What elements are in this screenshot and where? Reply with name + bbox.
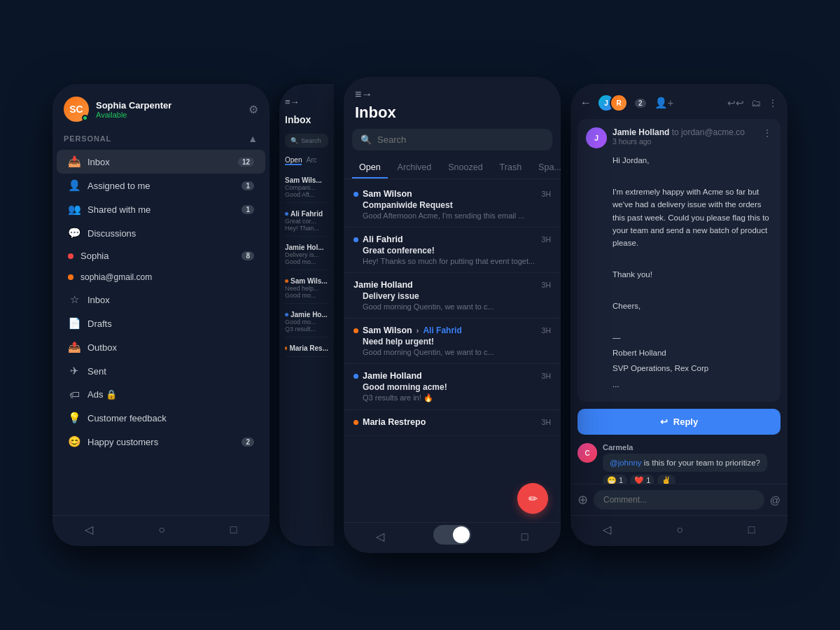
expand-icon[interactable]: ≡→ bbox=[355, 88, 372, 101]
email-timestamp: 3 hours ago bbox=[612, 137, 745, 146]
tab-spam[interactable]: Spa... bbox=[531, 158, 561, 178]
reaction-heart[interactable]: ❤️ 1 bbox=[630, 475, 654, 484]
email-item-4[interactable]: Sam Wilson › Ali Fahrid 3H Need help urg… bbox=[344, 318, 561, 364]
email-time-4: 3H bbox=[542, 326, 551, 335]
nav-sophia[interactable]: Sophia 8 bbox=[57, 245, 265, 267]
partial-tab-arc[interactable]: Arc bbox=[306, 156, 316, 165]
search-icon: 🔍 bbox=[360, 134, 372, 145]
tab-archived[interactable]: Archived bbox=[391, 158, 439, 178]
right-back-icon[interactable]: ← bbox=[580, 97, 592, 109]
user-status: Available bbox=[96, 111, 172, 119]
partial-email-6: Maria Res... bbox=[285, 340, 328, 357]
home-nav-icon[interactable]: ○ bbox=[158, 524, 165, 536]
reply-button[interactable]: ↩ Reply bbox=[578, 409, 780, 435]
email-options-icon[interactable]: ⋮ bbox=[762, 127, 772, 139]
search-bar[interactable]: 🔍 bbox=[352, 129, 552, 150]
middle-phone: ≡→ Inbox 🔍 Open Archived Snoozed Trash S… bbox=[344, 77, 561, 553]
nav-inbox2[interactable]: ☆ Inbox bbox=[57, 288, 265, 312]
reply-icon: ↩ bbox=[660, 416, 668, 427]
tab-open[interactable]: Open bbox=[352, 158, 388, 178]
toggle-knob bbox=[453, 526, 470, 543]
nav-inbox[interactable]: 📥 Inbox 12 bbox=[57, 150, 265, 174]
email-content: J Jamie Holland to jordan@acme.co 3 hour… bbox=[578, 119, 780, 402]
avatar-2: R bbox=[610, 94, 628, 112]
nav-label-feedback: Customer feedback bbox=[88, 413, 254, 424]
collapse-icon[interactable]: ▲ bbox=[248, 133, 258, 144]
right-phone: ← J R 2 👤+ ↩↩ 🗂 ⋮ bbox=[570, 84, 788, 546]
right-recents-nav-icon[interactable]: □ bbox=[748, 524, 755, 536]
mention-icon[interactable]: @ bbox=[770, 494, 780, 506]
email-item-2[interactable]: Ali Fahrid 3H Great conference! Hey! Tha… bbox=[344, 227, 561, 273]
carmela-name: Carmela bbox=[603, 443, 767, 451]
reaction-laugh[interactable]: 😁 1 bbox=[603, 475, 627, 484]
theme-toggle[interactable] bbox=[433, 525, 471, 545]
tab-snoozed[interactable]: Snoozed bbox=[441, 158, 489, 178]
assigned-icon: 👤 bbox=[68, 179, 80, 192]
unread-dot-1 bbox=[354, 192, 358, 197]
thread-target-4: Ali Fahrid bbox=[423, 326, 461, 335]
user-profile[interactable]: SC Sophia Carpenter Available bbox=[64, 97, 172, 122]
sophia-dot-icon bbox=[68, 253, 74, 259]
nav-label-happy: Happy customers bbox=[88, 437, 234, 447]
email-sender-5: Jamie Holland bbox=[363, 371, 422, 381]
right-home-nav-icon[interactable]: ○ bbox=[676, 524, 683, 536]
nav-label-sophia: Sophia bbox=[80, 251, 234, 261]
nav-label-sent: Sent bbox=[88, 366, 254, 377]
carmela-avatar: C bbox=[578, 443, 597, 463]
tab-trash[interactable]: Trash bbox=[493, 158, 529, 178]
page-title: Inbox bbox=[344, 104, 561, 129]
bottom-nav: ◁ ○ □ bbox=[52, 515, 270, 546]
comment-input[interactable] bbox=[594, 490, 764, 510]
nav-customer-feedback[interactable]: 💡 Customer feedback bbox=[57, 406, 265, 430]
nav-happy-customers[interactable]: 😊 Happy customers 2 bbox=[57, 430, 265, 454]
mid-recents-icon[interactable]: □ bbox=[522, 531, 528, 543]
nav-drafts[interactable]: 📄 Drafts bbox=[57, 312, 265, 335]
reaction-peace[interactable]: ✌️ bbox=[657, 475, 676, 484]
email-sender-2: Ali Fahrid bbox=[363, 234, 403, 244]
right-back-nav-icon[interactable]: ◁ bbox=[603, 523, 611, 536]
email-time-2: 3H bbox=[542, 235, 551, 244]
email-item-5[interactable]: Jamie Holland 3H Good morning acme! Q3 r… bbox=[344, 364, 561, 410]
reply-all-icon[interactable]: ↩↩ bbox=[727, 97, 744, 108]
email-item-6[interactable]: Maria Restrepo 3H bbox=[344, 410, 561, 436]
mid-back-icon[interactable]: ◁ bbox=[376, 530, 384, 543]
comment-input-row: ⊕ @ bbox=[570, 484, 788, 515]
email-item-1[interactable]: Sam Wilson 3H Companiwide Request Good A… bbox=[344, 182, 561, 227]
nav-label-assigned: Assigned to me bbox=[88, 181, 234, 191]
tabs-row: Open Archived Snoozed Trash Spa... ⇅ bbox=[344, 158, 561, 179]
email-subject-4: Need help urgent! bbox=[354, 337, 551, 346]
nav-sophia-email[interactable]: sophia@gmail.com bbox=[57, 267, 265, 288]
email-preview-3: Good morning Quentin, we want to c... bbox=[354, 302, 551, 311]
email-item-3[interactable]: Jamie Holland 3H Delivery issue Good mor… bbox=[344, 273, 561, 318]
partial-tab-open[interactable]: Open bbox=[285, 156, 302, 165]
email-subject-1: Companiwide Request bbox=[354, 200, 551, 210]
search-input[interactable] bbox=[377, 134, 544, 145]
nav-discussions[interactable]: 💬 Discussions bbox=[57, 221, 265, 245]
assign-user-icon[interactable]: 👤+ bbox=[654, 97, 674, 109]
nav-label-ads: Ads 🔒 bbox=[88, 389, 254, 400]
compose-button[interactable]: ✏ bbox=[517, 483, 548, 514]
add-attachment-icon[interactable]: ⊕ bbox=[578, 492, 588, 507]
nav-outbox[interactable]: 📤 Outbox bbox=[57, 335, 265, 359]
email-subject-3: Delivery issue bbox=[354, 291, 551, 301]
partial-search[interactable]: 🔍 Search bbox=[285, 134, 328, 148]
settings-icon[interactable]: ⚙ bbox=[248, 103, 258, 116]
back-nav-icon[interactable]: ◁ bbox=[85, 523, 93, 536]
left-phone: SC Sophia Carpenter Available ⚙ PERSONAL… bbox=[52, 84, 270, 546]
nav-ads[interactable]: 🏷 Ads 🔒 bbox=[57, 383, 265, 406]
section-label: PERSONAL ▲ bbox=[52, 130, 270, 150]
nav-assigned[interactable]: 👤 Assigned to me 1 bbox=[57, 174, 265, 197]
nav-label-drafts: Drafts bbox=[88, 318, 254, 329]
sophia-email-dot-icon bbox=[68, 274, 74, 280]
email-author-avatar: J bbox=[586, 127, 607, 148]
nav-sent[interactable]: ✈ Sent bbox=[57, 359, 265, 383]
email-body: Hi Jordan, I'm extremely happy with Acme… bbox=[586, 154, 772, 391]
recents-nav-icon[interactable]: □ bbox=[230, 524, 237, 536]
comments-section: C Carmela @johnny is this for your team … bbox=[570, 439, 788, 484]
more-options-icon[interactable]: ⋮ bbox=[768, 97, 778, 108]
archive-icon[interactable]: 🗂 bbox=[751, 97, 761, 108]
mention-johnny: @johnny bbox=[610, 458, 642, 467]
right-topbar: ← J R 2 👤+ ↩↩ 🗂 ⋮ bbox=[570, 84, 788, 119]
nav-shared[interactable]: 👥 Shared with me 1 bbox=[57, 197, 265, 221]
partial-tabs: Open Arc bbox=[285, 156, 328, 165]
